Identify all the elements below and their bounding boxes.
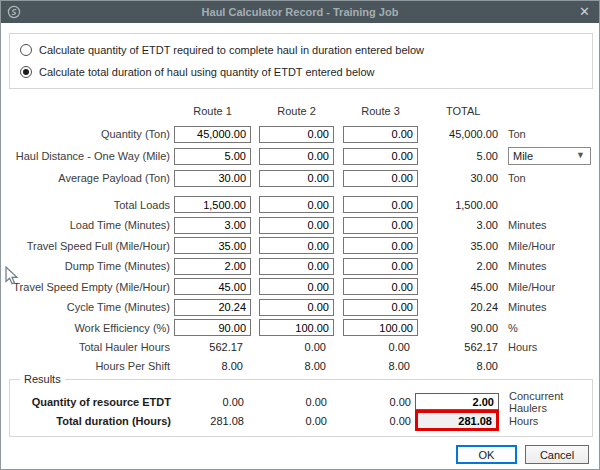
route2-value: 0.00 <box>260 392 335 411</box>
row-label: Travel Speed Full (Mile/Hour) <box>1 236 173 257</box>
table-row: Cycle Time (Minutes) 20.24 Minutes <box>1 297 599 318</box>
row-total-value: 5.00 <box>421 145 501 167</box>
total-duration-result-field[interactable] <box>415 410 499 431</box>
haul-calculator-dialog: Haul Calculator Record - Training Job ✕ … <box>0 0 600 470</box>
route1-input[interactable] <box>174 196 251 213</box>
header-route3: Route 3 <box>343 105 418 117</box>
header-route2: Route 2 <box>259 105 334 117</box>
route3-value: 0.00 <box>344 392 419 411</box>
table-row: Total Loads 1,500.00 <box>1 195 599 216</box>
row-total-value: 30.00 <box>421 167 501 189</box>
result-row: Quantity of resource ETDT 0.00 0.00 0.00… <box>2 392 600 411</box>
route1-input[interactable] <box>174 148 251 165</box>
route1-input[interactable] <box>174 217 251 234</box>
row-label: Quantity (Ton) <box>1 123 173 145</box>
route3-value: 0.00 <box>344 411 419 430</box>
row-label: Total Hauler Hours <box>1 338 173 357</box>
row-total-value: 90.00 <box>421 318 501 339</box>
result-unit: Concurrent Haulers <box>509 392 594 411</box>
route2-input[interactable] <box>259 258 334 275</box>
row-total-value: 45,000.00 <box>421 123 501 145</box>
header-total: TOTAL <box>446 105 506 117</box>
row-unit: Hours <box>508 338 593 357</box>
row-total-value: 20.24 <box>421 297 501 318</box>
table-row: Haul Distance - One Way (Mile) 5.00 Mile… <box>1 145 599 167</box>
table-row: Travel Speed Empty (Mile/Hour) 45.00 Mil… <box>1 277 599 298</box>
total-unit-dropdown[interactable]: Mile▼ <box>508 147 591 165</box>
mode-option-label: Calculate total duration of haul using q… <box>39 66 375 78</box>
row-unit: Mile▼ <box>508 145 593 167</box>
route2-input[interactable] <box>259 237 334 254</box>
route1-input[interactable] <box>174 237 251 254</box>
route3-input[interactable] <box>343 258 418 275</box>
window-title: Haul Calculator Record - Training Job <box>1 1 599 23</box>
row-label: Average Payload (Ton) <box>1 167 173 189</box>
row-unit: Minutes <box>508 297 593 318</box>
route3-input[interactable] <box>343 237 418 254</box>
table-row: Hours Per Shift 8.00 8.00 8.00 8.00 <box>1 357 599 376</box>
row-unit: Ton <box>508 167 593 189</box>
row-total-value: 35.00 <box>421 236 501 257</box>
mode-option-duration[interactable]: Calculate total duration of haul using q… <box>20 65 375 79</box>
route1-value: 562.17 <box>174 338 251 357</box>
close-icon[interactable]: ✕ <box>579 1 590 23</box>
route3-input[interactable] <box>343 148 418 165</box>
radio-checked-icon[interactable] <box>20 66 32 78</box>
radio-unchecked-icon[interactable] <box>20 44 32 56</box>
route2-value: 0.00 <box>259 338 334 357</box>
route2-value: 8.00 <box>259 357 334 376</box>
result-row: Total duration (Hours) 281.08 0.00 0.00 … <box>2 411 600 430</box>
mode-option-quantity[interactable]: Calculate quantity of ETDT required to c… <box>20 43 424 57</box>
route1-input[interactable] <box>174 258 251 275</box>
row-unit: Mile/Hour <box>508 236 593 257</box>
ok-button[interactable]: OK <box>456 445 517 464</box>
quantity-result-input[interactable] <box>415 393 499 410</box>
row-label: Cycle Time (Minutes) <box>1 297 173 318</box>
route3-value: 8.00 <box>343 357 418 376</box>
route2-input[interactable] <box>259 126 334 143</box>
route1-value: 0.00 <box>175 392 252 411</box>
table-row: Work Efficiency (%) 90.00 % <box>1 318 599 339</box>
route1-input[interactable] <box>174 278 251 295</box>
dropdown-selected-value: Mile <box>513 150 533 162</box>
route1-input[interactable] <box>174 319 251 336</box>
table-row: Load Time (Minutes) 3.00 Minutes <box>1 215 599 236</box>
row-label: Work Efficiency (%) <box>1 318 173 339</box>
route1-input[interactable] <box>174 170 251 187</box>
header-route1: Route 1 <box>174 105 251 117</box>
row-unit: Ton <box>508 123 593 145</box>
route1-value: 8.00 <box>174 357 251 376</box>
route3-input[interactable] <box>343 278 418 295</box>
route3-value: 0.00 <box>343 338 418 357</box>
row-label: Haul Distance - One Way (Mile) <box>1 145 173 167</box>
route3-input[interactable] <box>343 299 418 316</box>
route1-input[interactable] <box>174 299 251 316</box>
row-total-value: 562.17 <box>421 338 501 357</box>
result-unit: Hours <box>509 411 594 430</box>
row-unit <box>508 195 593 216</box>
table-row: Dump Time (Minutes) 2.00 Minutes <box>1 256 599 277</box>
route3-input[interactable] <box>343 319 418 336</box>
table-row: Average Payload (Ton) 30.00 Ton <box>1 167 599 189</box>
route2-input[interactable] <box>259 196 334 213</box>
calculation-table: Quantity (Ton) 45,000.00 Ton Haul Distan… <box>1 123 599 375</box>
row-total-value: 8.00 <box>421 357 501 376</box>
results-table: Quantity of resource ETDT 0.00 0.00 0.00… <box>2 392 600 430</box>
route2-input[interactable] <box>259 319 334 336</box>
route2-input[interactable] <box>259 278 334 295</box>
cancel-button[interactable]: Cancel <box>525 445 589 464</box>
route1-input[interactable] <box>174 126 251 143</box>
results-group: Results Quantity of resource ETDT 0.00 0… <box>9 379 593 437</box>
route2-input[interactable] <box>259 148 334 165</box>
route2-input[interactable] <box>259 217 334 234</box>
route3-input[interactable] <box>343 170 418 187</box>
row-label: Total Loads <box>1 195 173 216</box>
route2-input[interactable] <box>259 170 334 187</box>
route3-input[interactable] <box>343 217 418 234</box>
route2-input[interactable] <box>259 299 334 316</box>
row-total-value: 1,500.00 <box>421 195 501 216</box>
row-unit <box>508 357 593 376</box>
route3-input[interactable] <box>343 126 418 143</box>
row-unit: % <box>508 318 593 339</box>
route3-input[interactable] <box>343 196 418 213</box>
